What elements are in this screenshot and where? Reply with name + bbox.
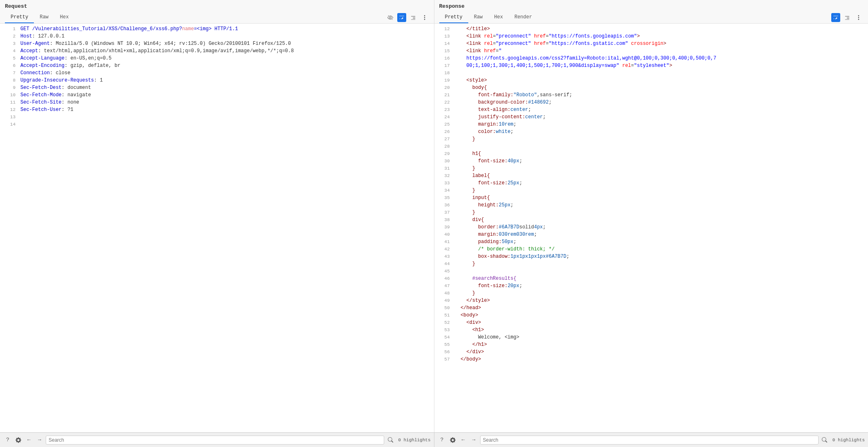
token: <link: [455, 33, 484, 39]
token: font-size:: [455, 283, 508, 289]
token: rel: [622, 63, 631, 69]
line-number: 12: [438, 25, 450, 33]
line-number: 1: [3, 25, 16, 33]
token: solid: [519, 224, 534, 230]
table-row: 35 input{: [434, 194, 868, 201]
line-content: }: [455, 260, 865, 268]
token: >: [669, 63, 672, 69]
indent-icon-req[interactable]: [409, 13, 418, 22]
line-content: </body>: [455, 356, 865, 363]
line-number: 57: [438, 356, 450, 363]
line-content: </title>: [455, 25, 865, 33]
line-content: }: [455, 290, 865, 297]
token: }: [455, 290, 475, 296]
token: ;: [534, 232, 537, 237]
token: h1{: [455, 151, 481, 157]
response-tab-pretty[interactable]: Pretty: [439, 12, 468, 23]
token: </h1>: [455, 342, 487, 347]
line-number: 22: [438, 99, 450, 106]
response-search-icon[interactable]: [820, 436, 829, 445]
token: 25px: [499, 202, 511, 208]
menu-icon-resp[interactable]: [854, 13, 863, 22]
line-number: 13: [438, 33, 450, 40]
request-search-icon[interactable]: [386, 436, 395, 445]
forward-icon[interactable]: →: [35, 436, 44, 445]
line-number: 54: [438, 334, 450, 341]
request-tab-raw[interactable]: Raw: [34, 12, 54, 23]
line-number: 26: [438, 128, 450, 135]
svg-point-14: [858, 19, 859, 20]
back-icon[interactable]: ←: [24, 436, 33, 445]
token: ;: [519, 158, 522, 164]
line-content: </h1>: [455, 341, 865, 348]
line-content: justify-content:center;: [455, 113, 865, 121]
table-row: 17 00;1,100;1,300;1,400;1,500;1,700;1,90…: [434, 62, 868, 69]
table-row: 46 #searchResults{: [434, 275, 868, 282]
table-row: 14 <link rel="preconnect" href="https://…: [434, 40, 868, 47]
response-tab-hex[interactable]: Hex: [488, 12, 509, 23]
response-tab-actions: [831, 13, 863, 22]
line-content: div{: [455, 216, 865, 224]
line-content: font-family:"Roboto",sans-serif;: [455, 91, 865, 99]
token: </title>: [455, 26, 490, 32]
line-content: <h1>: [455, 326, 865, 334]
table-row: 45: [434, 268, 868, 275]
line-number: 28: [438, 143, 450, 150]
resp-back-icon[interactable]: ←: [459, 436, 468, 445]
line-content: }: [455, 209, 865, 216]
line-number: 8: [3, 77, 16, 84]
request-search-input[interactable]: [46, 436, 384, 445]
wrap-icon-resp[interactable]: [831, 13, 840, 22]
resp-settings-icon[interactable]: [448, 436, 457, 445]
line-number: 30: [438, 157, 450, 165]
help-icon[interactable]: ?: [3, 436, 12, 445]
table-row: 56 </div>: [434, 348, 868, 356]
table-row: 6Accept-Encoding: gzip, deflate, br: [0, 62, 434, 69]
token: Welcome, <img>: [455, 334, 519, 340]
token: justify-content:: [455, 114, 525, 120]
table-row: 52 <div>: [434, 319, 868, 326]
line-number: 55: [438, 341, 450, 348]
token: </body>: [455, 356, 481, 362]
svg-point-9: [424, 15, 425, 16]
response-highlights-badge: 0 highlights: [832, 438, 865, 443]
response-tab-render[interactable]: Render: [509, 12, 538, 23]
wrap-icon-req[interactable]: [397, 13, 406, 22]
token: ;: [519, 180, 522, 186]
indent-icon-resp[interactable]: [843, 13, 852, 22]
table-row: 49 </style>: [434, 297, 868, 304]
token: "Roboto": [514, 92, 537, 98]
line-number: 15: [438, 47, 450, 55]
token: 50px: [502, 239, 514, 245]
resp-help-icon[interactable]: ?: [438, 436, 447, 445]
line-number: 40: [438, 231, 450, 238]
token: : document: [62, 85, 91, 91]
request-tab-actions: [386, 13, 429, 22]
resp-forward-icon[interactable]: →: [470, 436, 479, 445]
token: Accept-Encoding: [20, 63, 65, 69]
line-number: 9: [3, 84, 16, 91]
svg-point-13: [858, 17, 859, 18]
table-row: 24 justify-content:center;: [434, 113, 868, 121]
line-number: 48: [438, 290, 450, 297]
response-tab-raw[interactable]: Raw: [468, 12, 489, 23]
table-row: 37 }: [434, 209, 868, 216]
token: "preconnect": [496, 41, 531, 46]
menu-icon-req[interactable]: [420, 13, 429, 22]
response-search-input[interactable]: [480, 436, 819, 445]
line-number: 31: [438, 165, 450, 172]
request-tab-hex[interactable]: Hex: [54, 12, 75, 23]
line-content: font-size:40px;: [455, 157, 865, 165]
table-row: 47 font-size:20px;: [434, 282, 868, 290]
line-content: color:white;: [455, 128, 865, 135]
eye-slash-icon[interactable]: [386, 13, 395, 22]
token: Sec-Fetch-Dest: [20, 85, 62, 91]
token: #148692: [528, 100, 549, 105]
line-number: 20: [438, 84, 450, 91]
token: : navigate: [62, 92, 91, 98]
line-number: 38: [438, 216, 450, 224]
line-number: 32: [438, 172, 450, 179]
settings-icon[interactable]: [14, 436, 23, 445]
request-tab-pretty[interactable]: Pretty: [5, 12, 34, 23]
token: Sec-Fetch-User: [20, 107, 62, 113]
